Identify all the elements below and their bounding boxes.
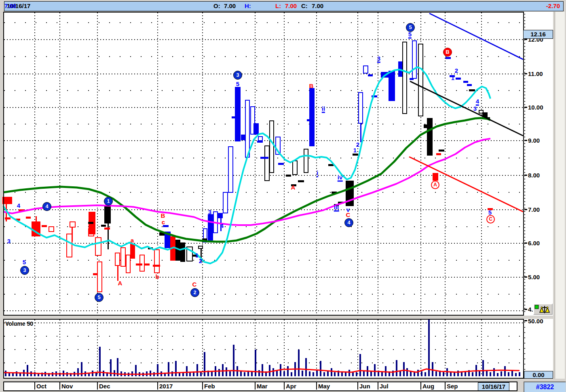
volume-axis-top-label: 50.00 — [528, 318, 543, 325]
gridline-month-volume — [97, 320, 98, 376]
price-dash — [163, 225, 169, 227]
price-dash — [144, 263, 150, 266]
volume-bar — [81, 362, 82, 376]
price-dash — [439, 150, 444, 152]
price-axis-tick — [524, 107, 527, 108]
wave-label-5: 5 — [23, 259, 26, 265]
wave-label-3: 3 — [208, 209, 211, 215]
price-dash — [410, 78, 414, 80]
volume-bar — [168, 362, 169, 376]
high-label: H: — [245, 2, 251, 9]
gridline-month — [357, 13, 358, 314]
candle — [2, 197, 12, 204]
volume-bar — [399, 371, 401, 376]
volume-bar — [150, 371, 151, 376]
volume-bar — [200, 372, 202, 376]
wave-label-2: 2 — [199, 258, 202, 264]
candle — [275, 137, 281, 155]
price-axis-tick — [524, 175, 527, 176]
volume-bar — [305, 358, 307, 376]
volume-bar — [421, 371, 422, 376]
volume-pane-background — [3, 319, 553, 379]
volume-bar — [406, 368, 408, 376]
wave-label-3: 3 — [377, 55, 380, 63]
volume-bar — [338, 371, 339, 376]
volume-bar — [222, 364, 224, 376]
candle — [402, 42, 407, 114]
volume-bar — [103, 371, 104, 376]
gridline-month-volume — [357, 320, 358, 376]
volume-bar — [233, 345, 234, 376]
volume-bar — [215, 366, 216, 376]
price-axis-label: 9.00 — [528, 137, 540, 144]
volume-bar — [519, 372, 520, 376]
volume-bar — [457, 371, 459, 376]
price-dash — [93, 273, 98, 275]
wave-badge-4: 4 — [42, 202, 51, 211]
volume-bar — [131, 371, 133, 376]
month-label-Aug: Aug — [422, 383, 434, 390]
price-dash — [42, 225, 47, 227]
price-dash — [260, 157, 268, 159]
volume-bar — [74, 372, 75, 376]
wave-label-1: 1 — [195, 252, 199, 258]
gridline-month-volume — [34, 320, 35, 376]
volume-bar — [8, 372, 10, 376]
volume-bar — [44, 372, 46, 376]
month-tick — [34, 382, 35, 390]
gridline-month — [255, 13, 256, 314]
price-dash — [446, 57, 451, 59]
price-dash — [101, 225, 106, 227]
volume-bar — [161, 371, 162, 376]
candle — [253, 123, 259, 135]
volume-bar — [179, 372, 180, 376]
volume-bar — [504, 366, 506, 376]
volume-bar — [211, 371, 213, 376]
price-dash — [153, 265, 160, 267]
volume-bar — [186, 366, 188, 376]
gridline-month-volume — [202, 320, 203, 376]
price-axis-label: 11.00 — [528, 70, 543, 77]
wave-label-A: A — [118, 280, 122, 286]
volume-bar — [12, 373, 14, 376]
volume-bar — [117, 358, 118, 376]
volume-bar — [41, 373, 43, 376]
candle — [208, 214, 213, 240]
volume-bar — [171, 371, 173, 376]
price-dash — [19, 209, 24, 211]
price-dash — [88, 222, 93, 224]
price-axis-tick — [524, 309, 527, 310]
volume-bar — [218, 369, 220, 376]
month-label-2017: 2017 — [159, 383, 173, 390]
price-dash — [353, 154, 358, 156]
volume-bar — [276, 371, 278, 376]
wave-label-1: 1 — [451, 75, 454, 81]
volume-bar — [48, 373, 50, 376]
candle — [309, 88, 315, 146]
wave-label-iv: iv — [338, 174, 343, 182]
price-dash — [298, 180, 304, 182]
wave-label-3: 3 — [473, 105, 477, 112]
gridline-month-volume — [420, 320, 421, 376]
candle — [170, 236, 175, 261]
gridline-month-volume — [378, 320, 378, 376]
volume-bar — [298, 350, 300, 376]
volume-bar — [370, 371, 372, 376]
price-dash — [368, 74, 373, 76]
wave-label-iii: iii — [334, 204, 339, 212]
volume-bar — [120, 371, 122, 376]
info-bar: 10/16/17 O: 7.00 H: 7.00 L: 7.00 C: 7.00… — [4, 1, 564, 11]
close-value: 7.00 — [312, 2, 323, 9]
volume-bar — [501, 371, 502, 376]
volume-bar — [417, 370, 419, 376]
volume-bar — [229, 371, 231, 376]
price-axis-tick — [524, 209, 527, 210]
volume-bar — [363, 371, 365, 376]
volume-bar — [237, 366, 238, 376]
wave-label-2: 2 — [356, 141, 359, 148]
chart-tool-button[interactable] — [533, 303, 553, 315]
volume-bar — [497, 373, 498, 376]
month-label-Feb: Feb — [204, 383, 215, 390]
price-dash — [15, 219, 20, 221]
gridline-month — [202, 13, 203, 314]
